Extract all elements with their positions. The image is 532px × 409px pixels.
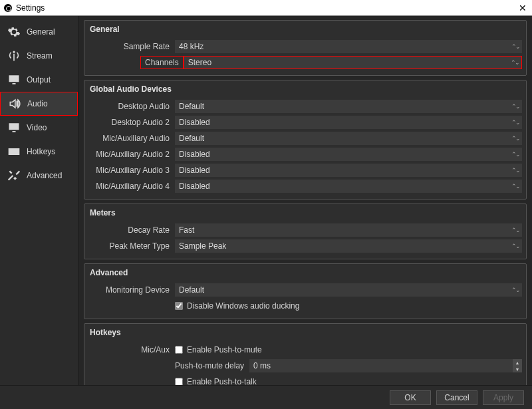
sidebar-item-hotkeys[interactable]: Hotkeys [0,140,78,164]
section-global-audio-devices: Global Audio Devices Desktop AudioDefaul… [84,80,527,200]
micaux-ptm-checkbox[interactable] [175,346,183,354]
sample-rate-label: Sample Rate [88,42,175,51]
section-hotkeys: Hotkeys Mic/AuxEnable Push-to-mute Push-… [84,323,527,385]
channels-label: Channels [140,56,184,69]
speaker-icon [7,96,22,111]
ok-button[interactable]: OK [390,390,431,405]
desktop-audio-2-select[interactable]: Disabled [175,116,522,129]
sidebar-item-label: Stream [27,51,53,61]
monitor-arrow-icon [7,72,21,87]
disable-ducking-checkbox[interactable] [175,302,183,310]
footer: OK Cancel Apply [0,385,532,409]
sidebar-item-label: Hotkeys [27,147,55,156]
desktop-audio-select[interactable]: Default [175,100,522,113]
sidebar: General Stream Output Audio Video Hotkey… [0,16,78,385]
section-meters: Meters Decay RateFast Peak Meter TypeSam… [84,204,527,259]
close-icon[interactable]: ✕ [519,3,527,13]
window-title: Settings [16,3,45,13]
apply-button[interactable]: Apply [483,390,524,405]
sidebar-item-video[interactable]: Video [0,116,78,140]
sidebar-item-label: General [27,27,55,37]
antenna-icon [7,49,21,63]
cancel-button[interactable]: Cancel [436,390,477,405]
disable-ducking-label: Disable Windows audio ducking [187,301,299,311]
sidebar-item-label: Advanced [27,171,62,180]
obs-icon [4,4,12,12]
sidebar-item-general[interactable]: General [0,20,78,44]
sample-rate-select[interactable]: 48 kHz [175,40,522,53]
titlebar: Settings ✕ [0,0,532,16]
monitoring-device-select[interactable]: Default [175,283,522,297]
keyboard-icon [7,144,21,159]
micaux-ptm-delay-input[interactable]: 0 ms▲▼ [249,359,522,372]
tools-icon [7,168,21,183]
sidebar-item-audio[interactable]: Audio [0,92,78,116]
section-title: Global Audio Devices [84,80,526,99]
section-title: General [84,21,526,39]
decay-rate-select[interactable]: Fast [175,223,522,237]
section-general: General Sample Rate 48 kHz Channels Ster… [84,20,527,76]
section-title: Meters [84,204,526,223]
spinner-icon[interactable]: ▲▼ [513,359,522,372]
sidebar-item-output[interactable]: Output [0,68,78,92]
peak-meter-type-select[interactable]: Sample Peak [175,239,522,253]
mic-aux-select[interactable]: Default [175,132,522,145]
channels-select[interactable]: Stereo [184,56,522,69]
sidebar-item-label: Audio [27,99,48,108]
sidebar-item-label: Video [27,123,47,132]
section-title: Hotkeys [84,324,526,342]
micaux-ptt-checkbox[interactable] [175,378,183,385]
mic-aux-4-select[interactable]: Disabled [175,180,522,193]
mic-aux-2-select[interactable]: Disabled [175,148,522,161]
sidebar-item-advanced[interactable]: Advanced [0,164,78,188]
sidebar-item-stream[interactable]: Stream [0,44,78,68]
section-title: Advanced [84,264,526,283]
gear-icon [7,25,21,39]
mic-aux-3-select[interactable]: Disabled [175,164,522,177]
section-advanced: Advanced Monitoring DeviceDefault Disabl… [84,263,527,319]
sidebar-item-label: Output [27,75,51,84]
monitor-icon [7,120,21,135]
content-area: General Sample Rate 48 kHz Channels Ster… [78,16,532,385]
